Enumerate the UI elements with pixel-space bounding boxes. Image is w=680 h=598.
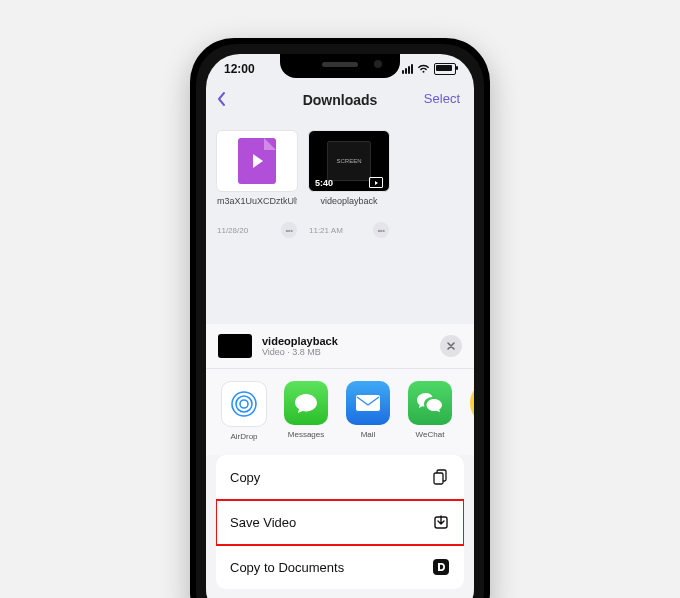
file-item[interactable]: SCREEN 5:40 videoplayback 11:21 AM ••• <box>308 130 390 238</box>
phone-frame: 12:00 Downloads Select <box>190 38 490 598</box>
share-actions: Copy Save Video Copy to Do <box>206 455 474 598</box>
wechat-icon <box>408 381 452 425</box>
file-name: videoplayback <box>309 197 389 217</box>
app-airdrop[interactable]: AirDrop <box>216 381 272 441</box>
app-label: AirDrop <box>230 432 257 441</box>
app-more[interactable] <box>464 381 474 441</box>
video-icon <box>369 177 383 188</box>
more-app-icon <box>470 381 474 425</box>
video-file-icon <box>238 138 276 184</box>
file-thumbnail: SCREEN 5:40 <box>308 130 390 192</box>
nav-bar: Downloads Select <box>206 84 474 116</box>
svg-rect-3 <box>356 395 380 411</box>
action-label: Copy <box>230 470 260 485</box>
signal-icon <box>402 64 413 74</box>
status-time: 12:00 <box>224 62 255 76</box>
app-mail[interactable]: Mail <box>340 381 396 441</box>
file-more-button[interactable]: ••• <box>373 222 389 238</box>
download-icon <box>432 513 450 531</box>
share-sheet: videoplayback Video · 3.8 MB AirDrop <box>206 324 474 598</box>
documents-app-icon <box>432 558 450 576</box>
share-thumbnail <box>218 334 252 358</box>
file-date: 11:21 AM <box>309 226 343 235</box>
action-label: Save Video <box>230 515 296 530</box>
mail-icon <box>346 381 390 425</box>
messages-icon <box>284 381 328 425</box>
airdrop-icon <box>221 381 267 427</box>
battery-icon <box>434 63 456 75</box>
svg-rect-7 <box>433 559 449 575</box>
share-apps-row: AirDrop Messages Mail <box>206 369 474 455</box>
action-save-video[interactable]: Save Video <box>216 500 464 545</box>
app-label: Mail <box>361 430 376 439</box>
app-messages[interactable]: Messages <box>278 381 334 441</box>
share-sheet-header: videoplayback Video · 3.8 MB <box>206 324 474 369</box>
svg-rect-5 <box>434 473 443 484</box>
video-duration: 5:40 <box>315 178 333 188</box>
back-button[interactable] <box>216 90 228 108</box>
file-item[interactable]: m3aX1UuXCDztkUlf 11/28/20 ••• <box>216 130 298 238</box>
file-thumbnail <box>216 130 298 192</box>
file-name: m3aX1UuXCDztkUlf <box>217 197 297 217</box>
action-copy[interactable]: Copy <box>216 455 464 500</box>
app-wechat[interactable]: WeChat <box>402 381 458 441</box>
select-button[interactable]: Select <box>424 91 460 106</box>
wifi-icon <box>417 64 430 74</box>
share-filename: videoplayback <box>262 335 440 347</box>
svg-point-1 <box>236 396 252 412</box>
action-copy-to-documents[interactable]: Copy to Documents <box>216 545 464 589</box>
svg-point-0 <box>240 400 248 408</box>
page-title: Downloads <box>303 92 378 108</box>
app-label: WeChat <box>416 430 445 439</box>
action-label: Copy to Documents <box>230 560 344 575</box>
screen: 12:00 Downloads Select <box>206 54 474 598</box>
app-label: Messages <box>288 430 324 439</box>
notch <box>280 54 400 78</box>
share-subtitle: Video · 3.8 MB <box>262 347 440 357</box>
file-more-button[interactable]: ••• <box>281 222 297 238</box>
close-button[interactable] <box>440 335 462 357</box>
file-grid: m3aX1UuXCDztkUlf 11/28/20 ••• SCREEN 5:4… <box>206 122 474 246</box>
copy-icon <box>432 468 450 486</box>
file-date: 11/28/20 <box>217 226 248 235</box>
phone-bezel: 12:00 Downloads Select <box>196 44 484 598</box>
